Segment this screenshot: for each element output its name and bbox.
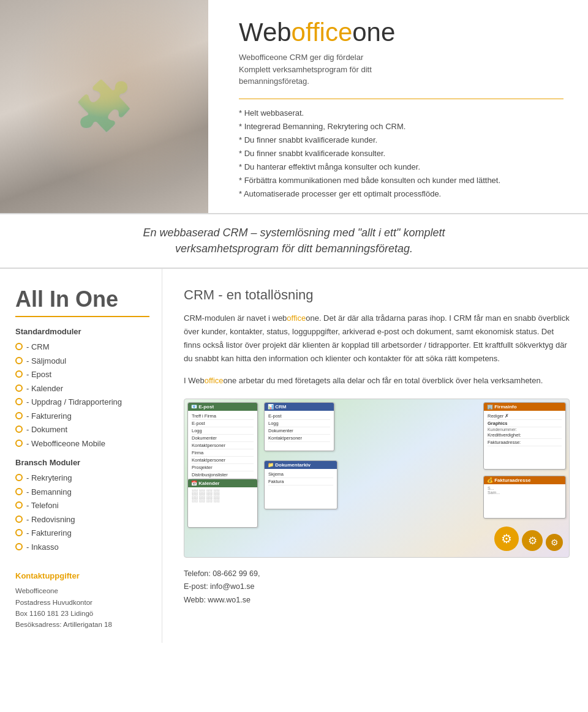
feature-item: * Du finner snabbt kvalificerade konsult…: [239, 147, 564, 160]
sidebar-item: - Telefoni: [15, 500, 149, 512]
top-separator: [239, 99, 564, 99]
bullet-icon: [15, 501, 23, 509]
all-in-one-title: All In One: [15, 287, 149, 312]
menu-item: Treff i Firma: [192, 413, 254, 420]
faktura-panel-header: 💰 Fakturaadresse: [484, 476, 565, 484]
contact-address3: Besöksadress: Artillerigatan 18: [15, 619, 149, 630]
feature-item: * Helt webbaserat.: [239, 107, 564, 120]
bullet-icon: [15, 343, 23, 350]
sidebar-item-label: - Telefoni: [26, 500, 149, 512]
dokumentarkiv-panel: 📁 Dokumentarkiv Skjema Faktura: [264, 460, 337, 509]
subtitle-line3: bemanningsföretag.: [239, 75, 564, 88]
menu-item: Logg: [268, 420, 330, 427]
menu-item: Kontaktpersoner: [192, 457, 254, 464]
gear-icon-medium: ⚙: [522, 530, 543, 551]
sidebar-item: - Uppdrag / Tidrapportering: [15, 396, 149, 408]
bottom-contact: Telefon: 08-662 99 69, E-post: info@wo1.…: [184, 568, 570, 607]
faktura-content: S...Sam...: [488, 486, 562, 495]
subtitle-line2: Komplett verksamhetsprogram för ditt: [239, 64, 564, 76]
faktura-panel: 💰 Fakturaadresse S...Sam...: [483, 476, 566, 519]
bullet-icon: [15, 488, 23, 495]
menu-item: Faktura: [268, 478, 333, 485]
sidebar-item: - Dokument: [15, 424, 149, 436]
main-content: CRM - en totallösning CRM-modulen är nav…: [162, 269, 588, 643]
sidebar-item-label: - Rekrytering: [26, 472, 149, 484]
brand-title: Webofficeone: [239, 18, 564, 47]
sidebar-item: - Fakturering: [15, 410, 149, 422]
contact-address2: Box 1160 181 23 Lidingö: [15, 608, 149, 619]
sidebar-item-label: - CRM: [26, 341, 149, 353]
feature-item: * Du finner snabbt kvalificerade kunder.: [239, 133, 564, 147]
menu-item: E-post: [268, 413, 330, 420]
sidebar-item: - Inkasso: [15, 541, 149, 553]
bullet-icon: [15, 515, 23, 523]
kalender-panel-header: 📅 Kalender: [188, 479, 257, 487]
brand-office: office: [292, 18, 353, 47]
bullet-icon: [15, 529, 23, 536]
crm-panel-header: 📊 CRM: [265, 403, 334, 411]
menu-item: Distribusjonslister: [192, 471, 254, 479]
contact-title: Kontaktuppgifter: [15, 570, 149, 583]
bullet-icon: [15, 398, 23, 405]
bullet-icon: [15, 474, 23, 481]
sidebar-item-label: - Säljmodul: [26, 355, 149, 367]
gear-icon-small: ⚙: [546, 534, 563, 551]
standard-section-title: Standardmoduler: [15, 327, 149, 336]
firmainfo-sub: Kundenummer:: [488, 427, 562, 432]
sidebar: All In One Standardmoduler - CRM - Säljm…: [0, 269, 162, 643]
gear-area: ⚙ ⚙ ⚙: [494, 527, 563, 551]
sidebar-separator: [15, 316, 149, 317]
menu-item: Logg: [192, 427, 254, 435]
bullet-icon: [15, 357, 23, 364]
menu-item: Dokumenter: [192, 435, 254, 442]
hero-image: [0, 0, 208, 213]
sidebar-item: - Epost: [15, 369, 149, 381]
top-content: Webofficeone Webofficeone CRM ger dig fö…: [208, 0, 588, 213]
feature-item: * Integrerad Bemanning, Rekrytering och …: [239, 120, 564, 133]
sidebar-item: - Redovisning: [15, 514, 149, 526]
sidebar-item: - Fakturering: [15, 527, 149, 539]
contact-web: Webb: www.wo1.se: [184, 594, 570, 607]
contact-address1: Postadress Huvudkontor: [15, 597, 149, 608]
epost-panel: 📧 E-post Treff i Firma E-post Logg Dokum…: [187, 402, 258, 482]
sidebar-item-label: - Inkasso: [26, 541, 149, 553]
contact-company: Webofficeone: [15, 585, 149, 596]
crm-panel: 📊 CRM E-post Logg Dokumenter Kontaktpers…: [264, 402, 334, 451]
menu-item: Kredittverdighet:: [488, 432, 562, 439]
epost-panel-header: 📧 E-post: [188, 403, 257, 411]
screenshot-area: 📧 E-post Treff i Firma E-post Logg Dokum…: [184, 399, 570, 558]
firmainfo-panel-header: 🏢 Firmainfo: [484, 403, 565, 411]
subtitle-line1: Webofficeone CRM ger dig fördelar: [239, 51, 564, 64]
office-accent: office: [287, 313, 306, 323]
weboffice-promo: I Webofficeone arbetar du med företagets…: [184, 374, 570, 388]
kalender-content: ░░ ░░ ░░ ░░░░ ░░ ░░ ░░░░ ░░ ░░ ░░: [192, 489, 254, 502]
sidebar-item: - Säljmodul: [15, 355, 149, 367]
brand-web: Web: [239, 18, 292, 47]
sidebar-item: - Kalender: [15, 383, 149, 395]
sidebar-item: - CRM: [15, 341, 149, 353]
brand-subtitle: Webofficeone CRM ger dig fördelar Komple…: [239, 51, 564, 88]
contact-block: Kontaktuppgifter Webofficeone Postadress…: [15, 570, 149, 630]
crm-section-title: CRM - en totallösning: [184, 287, 570, 303]
menu-item: E-post: [192, 420, 254, 427]
sidebar-item-label: - Bemanning: [26, 486, 149, 498]
menu-item: Dokumenter: [268, 427, 330, 435]
feature-list: * Helt webbaserat. * Integrerad Bemannin…: [239, 107, 564, 201]
bottom-section: All In One Standardmoduler - CRM - Säljm…: [0, 269, 588, 643]
kalender-panel: 📅 Kalender ░░ ░░ ░░ ░░░░ ░░ ░░ ░░░░ ░░ ░…: [187, 479, 258, 528]
menu-item: Kontaktpersoner: [192, 442, 254, 449]
sidebar-item-label: - Fakturering: [26, 527, 149, 539]
sidebar-item-label: - Webofficeone Mobile: [26, 438, 149, 450]
feature-item: * Du hanterar effektivt många konsulter …: [239, 160, 564, 174]
menu-item: Firma: [192, 449, 254, 457]
bransch-section-title: Bransch Moduler: [15, 458, 149, 467]
menu-item: Rediger ✗: [488, 413, 562, 420]
sidebar-item-label: - Fakturering: [26, 410, 149, 422]
menu-item: Prosjekter: [192, 464, 254, 471]
menu-item: Kontaktpersoner: [268, 435, 330, 442]
sidebar-item: - Bemanning: [15, 486, 149, 498]
sidebar-item-label: - Uppdrag / Tidrapportering: [26, 396, 149, 408]
bullet-icon: [15, 412, 23, 419]
feature-item: * Förbättra kommunikationen med både kon…: [239, 174, 564, 187]
firmainfo-panel: 🏢 Firmainfo Rediger ✗ Graphics Kundenumm…: [483, 402, 566, 470]
